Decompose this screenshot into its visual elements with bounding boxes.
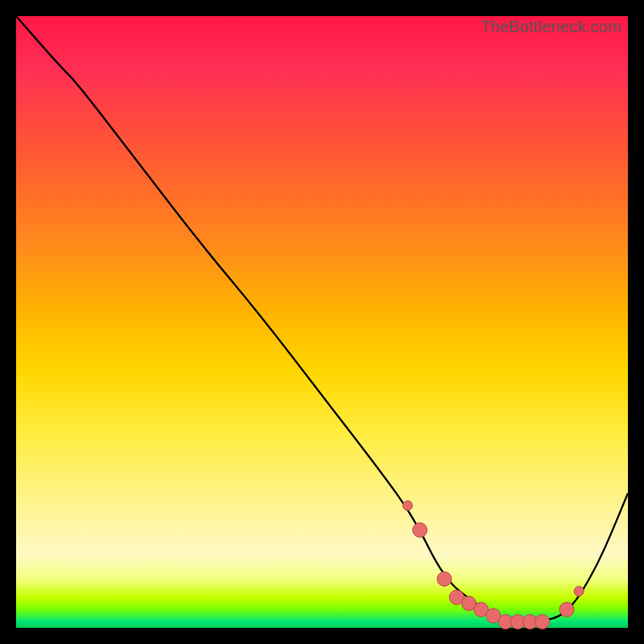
marker-dot xyxy=(402,501,412,510)
bottleneck-curve xyxy=(16,16,628,621)
chart-frame: TheBottleneck.com xyxy=(0,0,644,644)
marker-dot xyxy=(559,602,574,617)
plot-area: TheBottleneck.com xyxy=(16,16,628,628)
marker-dot xyxy=(413,522,427,537)
marker-group xyxy=(402,501,584,629)
curve-layer xyxy=(16,16,628,628)
marker-dot xyxy=(574,586,584,596)
watermark-text: TheBottleneck.com xyxy=(481,18,621,36)
marker-dot xyxy=(437,572,452,586)
marker-dot xyxy=(535,614,550,629)
